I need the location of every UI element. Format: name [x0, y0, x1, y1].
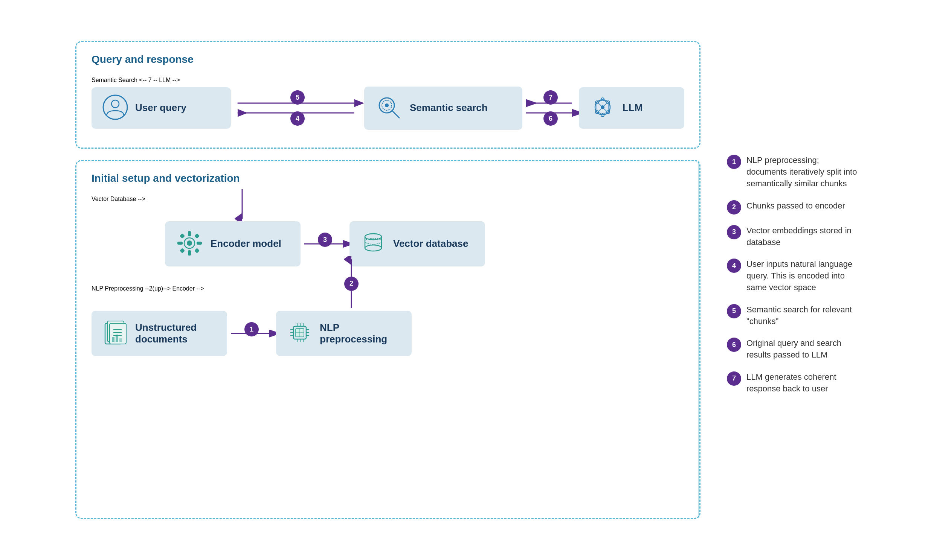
user-query-label: User query	[135, 102, 186, 114]
svg-rect-42	[180, 248, 185, 253]
top-arrows-area: 4 5	[231, 83, 364, 132]
svg-point-9	[385, 103, 389, 107]
top-row: User query	[91, 83, 684, 132]
bottom-content: Vector Database -->	[91, 196, 684, 356]
badge-3-circle: 3	[318, 232, 332, 247]
legend-text: User inputs natural language query. This…	[746, 258, 858, 293]
semantic-search-icon	[375, 93, 403, 123]
badge-6: 6	[544, 111, 558, 126]
unstructured-documents-node: Unstructured documents	[91, 311, 227, 356]
svg-line-7	[392, 111, 399, 118]
badge-3: 3	[318, 232, 332, 247]
top-section: Query and response Semantic Search <-- 7…	[76, 41, 701, 149]
svg-rect-58	[116, 335, 118, 342]
svg-rect-43	[194, 248, 200, 253]
legend-text: Vector embeddings stored in database	[746, 225, 858, 248]
encoder-model-node: Encoder model	[165, 221, 301, 266]
vector-database-label: Vector database	[393, 238, 468, 249]
svg-rect-57	[112, 337, 114, 342]
legend-items: 1 NLP preprocessing; documents iterative…	[727, 155, 858, 405]
svg-rect-59	[119, 338, 122, 342]
legend-badge: 7	[727, 371, 741, 386]
legend-badge: 2	[727, 200, 741, 214]
legend-text: LLM generates coherent response back to …	[746, 371, 858, 395]
llm-label: LLM	[623, 102, 643, 114]
llm-node: LLM	[579, 87, 684, 129]
svg-point-31	[601, 105, 604, 109]
encoder-row: Encoder model	[91, 221, 684, 266]
nlp-row: Unstructured documents	[91, 311, 684, 356]
bottom-section: Initial setup and vectorization Vector D…	[76, 160, 701, 519]
vector-db-icon	[360, 230, 387, 258]
user-query-node: User query	[91, 87, 231, 129]
svg-point-35	[187, 240, 192, 246]
legend-badge: 4	[727, 258, 741, 273]
legend-area: 1 NLP preprocessing; documents iterative…	[715, 41, 858, 519]
legend-badge: 5	[727, 304, 741, 318]
svg-line-28	[604, 103, 607, 106]
svg-line-29	[598, 109, 601, 111]
semantic-search-label: Semantic search	[410, 102, 488, 114]
legend-item: 5 Semantic search for relevant "chunks"	[727, 304, 858, 328]
badge-5-circle: 5	[290, 90, 305, 105]
vector-database-node: Vector database	[350, 221, 485, 266]
user-icon	[102, 94, 128, 122]
nlp-to-encoder-arrow: 2	[344, 256, 359, 311]
vertical-down-arrow	[227, 189, 257, 221]
svg-rect-36	[188, 231, 191, 236]
legend-text: Original query and search results passed…	[746, 338, 858, 361]
svg-rect-38	[177, 242, 183, 245]
page: Query and response Semantic Search <-- 7…	[53, 26, 881, 534]
unstructured-to-nlp-arrow: 1	[227, 318, 276, 349]
legend-item: 1 NLP preprocessing; documents iterative…	[727, 155, 858, 189]
vertical-arrow-svg	[234, 189, 250, 221]
legend-badge: 1	[727, 155, 741, 169]
bottom-section-title: Initial setup and vectorization	[91, 172, 684, 185]
semantic-search-node: Semantic search	[364, 86, 522, 130]
svg-point-46	[365, 234, 382, 240]
legend-item: 2 Chunks passed to encoder	[727, 200, 858, 214]
diagram-area: Query and response Semantic Search <-- 7…	[76, 41, 701, 519]
legend-badge: 6	[727, 338, 741, 352]
svg-rect-40	[180, 233, 185, 238]
unstructured-docs-label: Unstructured documents	[135, 322, 217, 345]
badge-7-circle: 7	[544, 90, 558, 105]
legend-text: Chunks passed to encoder	[746, 200, 845, 212]
svg-point-49	[365, 245, 382, 251]
right-arrows-area: 7 6	[522, 83, 579, 132]
encoder-icon	[176, 229, 204, 259]
badge-2-circle: 2	[344, 277, 359, 291]
badge-5: 5	[290, 90, 305, 105]
svg-rect-37	[188, 250, 191, 255]
encoder-to-vdb-arrow: 3	[301, 229, 350, 259]
legend-item: 4 User inputs natural language query. Th…	[727, 258, 858, 293]
badge-4-circle: 4	[290, 111, 305, 126]
badge-1: 1	[244, 322, 259, 337]
divider-line	[698, 161, 700, 518]
nlp-label: NLP preprocessing	[320, 322, 401, 345]
legend-text: Semantic search for relevant "chunks"	[746, 304, 858, 328]
llm-icon	[589, 94, 616, 122]
legend-item: 7 LLM generates coherent response back t…	[727, 371, 858, 395]
badge-2: 2	[344, 277, 359, 291]
svg-line-30	[604, 109, 607, 111]
svg-rect-41	[194, 233, 200, 238]
svg-point-1	[111, 100, 119, 108]
badge-6-circle: 6	[544, 111, 558, 126]
badge-4: 4	[290, 111, 305, 126]
top-section-title: Query and response	[91, 54, 684, 66]
badge-1-circle: 1	[244, 322, 259, 337]
documents-icon	[102, 319, 128, 349]
legend-item: 3 Vector embeddings stored in database	[727, 225, 858, 248]
encoder-model-label: Encoder model	[211, 238, 281, 249]
svg-rect-39	[197, 242, 202, 245]
badge-7: 7	[544, 90, 558, 105]
legend-text: NLP preprocessing; documents iteratively…	[746, 155, 858, 189]
nlp-preprocessing-node: NLP preprocessing	[276, 311, 412, 356]
svg-line-27	[598, 103, 601, 106]
legend-badge: 3	[727, 225, 741, 239]
nlp-icon	[287, 320, 313, 348]
legend-item: 6 Original query and search results pass…	[727, 338, 858, 361]
